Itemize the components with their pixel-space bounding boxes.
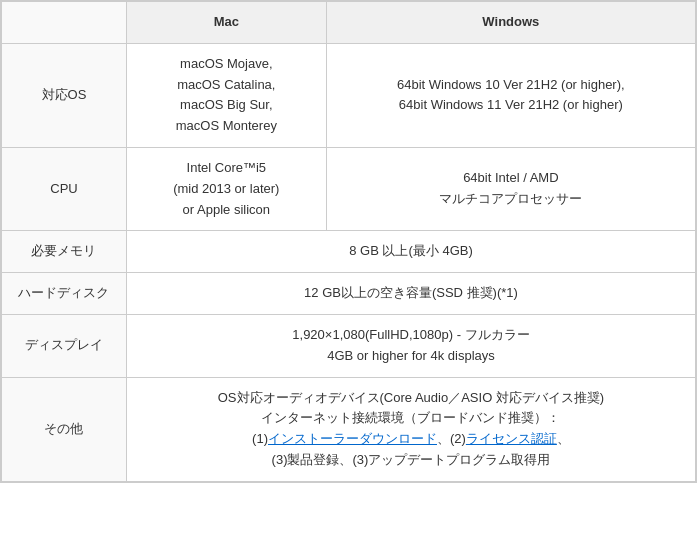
other-line4: (3)製品登録、(3)アップデートプログラム取得用: [272, 452, 551, 467]
row-memory: 必要メモリ 8 GB 以上(最小 4GB): [2, 231, 696, 273]
header-label-cell: [2, 2, 127, 44]
header-windows: Windows: [326, 2, 695, 44]
label-display: ディスプレイ: [2, 314, 127, 377]
display-line2: 4GB or higher for 4k displays: [327, 348, 495, 363]
label-memory: 必要メモリ: [2, 231, 127, 273]
label-harddisk: ハードディスク: [2, 273, 127, 315]
row-other: その他 OS対応オーディオデバイス(Core Audio／ASIO 対応デバイス…: [2, 377, 696, 481]
memory-combined: 8 GB 以上(最小 4GB): [126, 231, 695, 273]
other-line3-post: 、: [557, 431, 570, 446]
label-os: 対応OS: [2, 43, 127, 147]
other-combined: OS対応オーディオデバイス(Core Audio／ASIO 対応デバイス推奨) …: [126, 377, 695, 481]
spec-table-wrapper: Mac Windows 対応OS macOS Mojave, macOS Cat…: [0, 0, 697, 483]
link-license-auth[interactable]: ライセンス認証: [466, 431, 557, 446]
other-line1: OS対応オーディオデバイス(Core Audio／ASIO 対応デバイス推奨): [218, 390, 604, 405]
windows-cpu: 64bit Intel / AMD マルチコアプロセッサー: [326, 147, 695, 230]
harddisk-combined: 12 GB以上の空き容量(SSD 推奨)(*1): [126, 273, 695, 315]
header-mac: Mac: [126, 2, 326, 44]
row-os: 対応OS macOS Mojave, macOS Catalina, macOS…: [2, 43, 696, 147]
other-line3-pre: (1): [252, 431, 268, 446]
header-row: Mac Windows: [2, 2, 696, 44]
mac-os: macOS Mojave, macOS Catalina, macOS Big …: [126, 43, 326, 147]
other-line3-mid: 、(2): [437, 431, 466, 446]
display-combined: 1,920×1,080(FullHD,1080p) - フルカラー 4GB or…: [126, 314, 695, 377]
row-cpu: CPU Intel Core™i5 (mid 2013 or later) or…: [2, 147, 696, 230]
label-cpu: CPU: [2, 147, 127, 230]
other-line2: インターネット接続環境（ブロードバンド推奨）：: [261, 410, 560, 425]
label-other: その他: [2, 377, 127, 481]
row-harddisk: ハードディスク 12 GB以上の空き容量(SSD 推奨)(*1): [2, 273, 696, 315]
link-installer-download[interactable]: インストーラーダウンロード: [268, 431, 437, 446]
spec-table: Mac Windows 対応OS macOS Mojave, macOS Cat…: [1, 1, 696, 482]
row-display: ディスプレイ 1,920×1,080(FullHD,1080p) - フルカラー…: [2, 314, 696, 377]
windows-os: 64bit Windows 10 Ver 21H2 (or higher), 6…: [326, 43, 695, 147]
mac-cpu: Intel Core™i5 (mid 2013 or later) or App…: [126, 147, 326, 230]
display-line1: 1,920×1,080(FullHD,1080p) - フルカラー: [292, 327, 529, 342]
